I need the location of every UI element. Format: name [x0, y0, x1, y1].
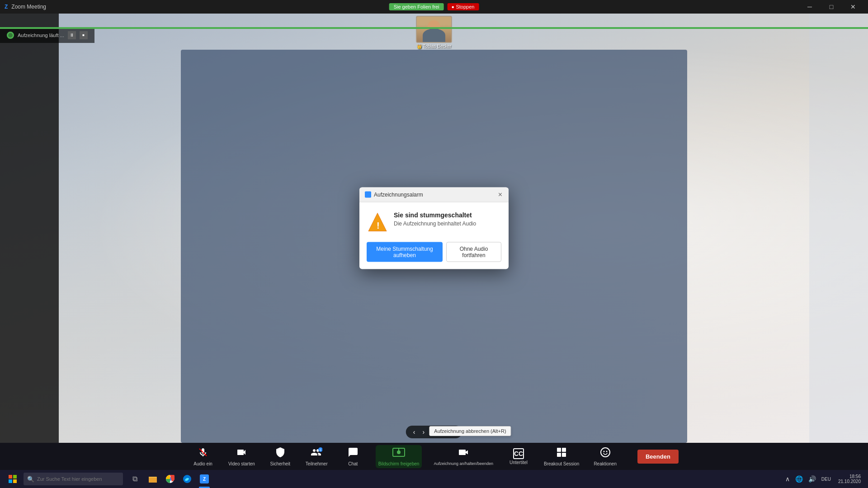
dialog-titlebar: Aufzeichnungsalarm × — [359, 188, 509, 202]
zoom-toolbar: Audio ein Video starten Sicherheit 1 Tei… — [0, 443, 868, 470]
alert-dialog: Aufzeichnungsalarm × ! Sie sind stummges… — [359, 188, 509, 269]
recording-pause-button[interactable]: ⏸ — [68, 31, 76, 39]
participant-video — [416, 16, 452, 43]
participant-face — [417, 17, 451, 42]
dialog-title-left: Aufzeichnungsalarm — [365, 192, 423, 198]
titlebar-left: Z Zoom Meeting — [5, 4, 46, 10]
video-icon — [236, 447, 247, 460]
chat-icon — [348, 447, 359, 460]
sharing-badge: Sie geben Folien frei — [389, 3, 444, 10]
taskbar-chrome-icon[interactable] — [162, 470, 178, 488]
right-panel — [809, 14, 868, 443]
time-display: 18:56 — [838, 474, 861, 479]
continue-without-audio-button[interactable]: Ohne Audio fortfahren — [446, 242, 501, 262]
chat-label: Chat — [348, 461, 358, 466]
recording-tooltip-text: Aufzeichnung abbrechen (Alt+R) — [434, 428, 506, 434]
participants-icon: 1 — [311, 447, 322, 460]
recording-label: Aufzeichnung an/halten/beenden — [434, 461, 493, 466]
toolbar-share-screen[interactable]: Bildschirm freigeben — [376, 445, 422, 468]
share-indicator-bar — [0, 27, 868, 29]
titlebar-controls: ─ □ ✕ — [799, 0, 863, 14]
svg-text:1: 1 — [320, 448, 321, 451]
recording-tooltip: Aufzeichnung abbrechen (Alt+R) — [429, 426, 511, 436]
participant-name: 👑 Tobias Becker — [416, 44, 452, 49]
volume-icon[interactable]: 🔊 — [807, 475, 818, 483]
participants-label: Teilnehmer — [306, 461, 328, 466]
crown-icon: 👑 — [417, 44, 422, 49]
svg-rect-16 — [13, 475, 17, 479]
titlebar-title: Zoom Meeting — [11, 4, 46, 10]
main-content: Aufzeichnung läuft ... ⏸ ■ 👑 Tobias Beck… — [0, 14, 868, 443]
network-icon[interactable]: 🌐 — [793, 475, 805, 483]
slide-prev-button[interactable]: ‹ — [411, 427, 417, 436]
close-button[interactable]: ✕ — [843, 0, 863, 14]
toolbar-reactions[interactable]: Reaktionen — [591, 445, 619, 468]
toolbar-recording[interactable]: Aufzeichnung an/halten/beenden — [431, 445, 496, 468]
toolbar-breakout[interactable]: Breakout Session — [541, 445, 582, 468]
reactions-label: Reaktionen — [594, 461, 617, 466]
share-screen-icon — [392, 447, 405, 460]
recording-status-bar: Aufzeichnung läuft ... ⏸ ■ — [0, 27, 94, 43]
taskbar-file-explorer[interactable] — [145, 470, 161, 488]
svg-rect-10 — [557, 453, 561, 457]
taskbar-apps: Z — [145, 470, 783, 488]
system-tray-icons: ∧ 🌐 🔊 — [783, 475, 818, 483]
windows-search-bar[interactable]: 🔍 — [24, 473, 123, 485]
toolbar-subtitles[interactable]: CC Untertitel — [505, 446, 532, 467]
recording-icon — [458, 447, 469, 460]
recording-indicator — [7, 32, 14, 39]
toolbar-participants[interactable]: 1 Teilnehmer — [303, 445, 330, 468]
toolbar-video[interactable]: Video starten — [226, 445, 258, 468]
recording-stop-button[interactable]: ■ — [80, 31, 88, 39]
tray-expand[interactable]: ∧ — [783, 475, 792, 483]
svg-rect-9 — [562, 448, 566, 452]
system-clock[interactable]: 18:56 21.10.2020 — [835, 474, 864, 484]
titlebar-sharing-area: Sie geben Folien frei Stoppen — [389, 3, 479, 10]
participant-thumbnail: 👑 Tobias Becker — [416, 16, 452, 49]
dialog-heading-text: Sie sind stummgeschaltet — [394, 211, 501, 219]
svg-rect-18 — [13, 479, 17, 483]
task-view-button[interactable]: ⧉ — [127, 470, 143, 488]
face-body — [423, 28, 445, 42]
language-indicator: DEU — [820, 477, 833, 482]
subtitles-icon: CC — [513, 448, 524, 459]
end-meeting-button[interactable]: Beenden — [637, 450, 679, 464]
svg-point-14 — [606, 450, 607, 452]
taskbar-zoom-app[interactable]: Z — [196, 470, 212, 488]
security-label: Sicherheit — [270, 461, 290, 466]
titlebar: Z Zoom Meeting Sie geben Folien frei Sto… — [0, 0, 868, 14]
dialog-close-button[interactable]: × — [497, 191, 503, 198]
windows-taskbar: 🔍 ⧉ Z ∧ 🌐 🔊 DEU 18:56 21.10.2020 — [0, 470, 868, 488]
toolbar-audio[interactable]: Audio ein — [189, 445, 217, 468]
minimize-button[interactable]: ─ — [799, 0, 820, 14]
maximize-button[interactable]: □ — [821, 0, 842, 14]
zoom-logo: Z — [5, 4, 8, 10]
warning-icon-container: ! — [367, 211, 388, 235]
slide-next-button[interactable]: › — [420, 427, 426, 436]
toolbar-chat[interactable]: Chat — [340, 445, 367, 468]
svg-point-13 — [603, 450, 604, 452]
participant-name-text: Tobias Becker — [423, 44, 452, 49]
dialog-message: Sie sind stummgeschaltet Die Aufzeichnun… — [394, 211, 501, 235]
share-label: Bildschirm freigeben — [378, 461, 420, 466]
dialog-buttons: Meine Stummschaltung aufheben Ohne Audio… — [359, 242, 509, 269]
breakout-icon — [556, 447, 567, 460]
recording-text: Aufzeichnung läuft ... — [18, 33, 64, 38]
taskbar-edge-icon[interactable] — [179, 470, 195, 488]
stop-badge[interactable]: Stoppen — [448, 3, 479, 10]
breakout-label: Breakout Session — [544, 461, 579, 466]
svg-rect-7 — [459, 450, 466, 455]
unmute-button[interactable]: Meine Stummschaltung aufheben — [367, 242, 443, 262]
svg-rect-15 — [9, 475, 12, 479]
dialog-subtext: Die Aufzeichnung beinhaltet Audio — [394, 221, 501, 227]
system-tray: ∧ 🌐 🔊 DEU 18:56 21.10.2020 — [783, 474, 864, 484]
toolbar-security[interactable]: Sicherheit — [267, 445, 294, 468]
start-button[interactable] — [4, 470, 22, 488]
taskview-area: ⧉ — [127, 470, 143, 488]
dialog-app-icon — [365, 192, 371, 198]
warning-triangle-icon: ! — [367, 211, 388, 233]
svg-point-12 — [601, 448, 610, 457]
svg-text:!: ! — [377, 221, 380, 230]
search-input[interactable] — [37, 476, 114, 482]
audio-label: Audio ein — [193, 461, 212, 466]
